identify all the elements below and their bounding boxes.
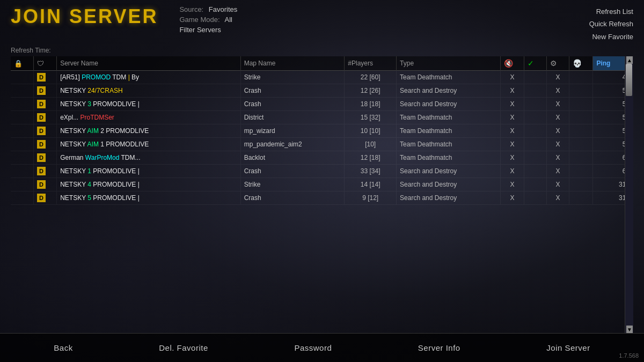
skull-icon: 💀 xyxy=(573,59,582,68)
scrollbar-arrow-down[interactable]: ▼ xyxy=(626,326,633,333)
table-row[interactable]: D NETSKY 4 PROMODLIVE | Strike 14 [14] S… xyxy=(11,178,633,191)
row-map: Strike xyxy=(240,71,345,84)
table-row[interactable]: D NETSKY 5 PROMODLIVE | Crash 9 [12] Sea… xyxy=(11,191,633,205)
row-check xyxy=(524,124,547,138)
header-filters: Source: Favorites Game Mode: All Filter … xyxy=(158,5,589,36)
type-icon: D xyxy=(37,194,46,202)
table-row[interactable]: D German WarProMod TDM... Backlot 12 [18… xyxy=(11,151,633,165)
row-server-name: NETSKY AIM 1 PROMODLIVE xyxy=(57,138,241,151)
new-favorite-button[interactable]: New Favorite xyxy=(589,31,633,43)
row-check xyxy=(524,71,547,84)
server-info-button[interactable]: Server Info xyxy=(407,339,471,357)
row-icon1 xyxy=(11,71,33,84)
server-table: 🔒 🛡 Server Name Map Name #Players Type 🔇 xyxy=(11,56,633,205)
row-players: 15 [32] xyxy=(345,111,397,124)
table-row[interactable]: D [AR51] PROMOD TDM | By Strike 22 [60] … xyxy=(11,71,633,84)
row-players: 10 [10] xyxy=(345,124,397,138)
type-icon: D xyxy=(37,127,46,135)
back-button[interactable]: Back xyxy=(43,339,83,357)
row-map: Crash xyxy=(240,191,345,205)
scrollbar-track[interactable]: ▲ ▼ xyxy=(625,56,633,333)
row-check xyxy=(524,98,547,111)
type-icon: D xyxy=(37,86,46,95)
row-players: 18 [18] xyxy=(345,98,397,111)
table-header: 🔒 🛡 Server Name Map Name #Players Type 🔇 xyxy=(11,56,633,71)
row-gear: X xyxy=(547,165,569,178)
row-sound: X xyxy=(500,71,524,84)
type-icon: D xyxy=(37,73,46,82)
row-sound: X xyxy=(500,124,524,138)
shield-icon: 🛡 xyxy=(37,60,44,68)
refresh-time-label: Refresh Time: xyxy=(11,47,51,54)
row-type: Search and Destroy xyxy=(397,84,501,98)
row-gear: X xyxy=(547,138,569,151)
row-icon1 xyxy=(11,165,33,178)
scrollbar-thumb[interactable] xyxy=(626,64,632,96)
gamemode-value[interactable]: All xyxy=(224,16,232,24)
join-server-button[interactable]: Join Server xyxy=(536,339,601,357)
type-icon: D xyxy=(37,153,46,162)
row-check xyxy=(524,111,547,124)
bottom-bar: Back Del. Favorite Password Server Info … xyxy=(0,333,644,362)
page-title: JOIN SERVER xyxy=(11,5,158,28)
th-map-name[interactable]: Map Name xyxy=(240,56,345,71)
row-icon1 xyxy=(11,191,33,205)
row-type: Team Deathmatch xyxy=(397,71,501,84)
lock-icon: 🔒 xyxy=(14,60,23,68)
row-skull xyxy=(569,191,593,205)
filter-servers-link[interactable]: Filter Servers xyxy=(179,26,221,34)
row-check xyxy=(524,138,547,151)
row-map: Crash xyxy=(240,165,345,178)
type-icon: D xyxy=(37,113,46,122)
row-check xyxy=(524,84,547,98)
row-check xyxy=(524,151,547,165)
type-icon: D xyxy=(37,180,46,189)
row-icon1 xyxy=(11,151,33,165)
del-favorite-button[interactable]: Del. Favorite xyxy=(148,339,219,357)
row-type: Team Deathmatch xyxy=(397,138,501,151)
row-map: mp_wizard xyxy=(240,124,345,138)
row-icon2: D xyxy=(33,178,56,191)
sound-icon: 🔇 xyxy=(504,59,513,68)
th-sound: 🔇 xyxy=(500,56,524,71)
row-icon1 xyxy=(11,98,33,111)
type-icon: D xyxy=(37,100,46,108)
table-row[interactable]: D NETSKY 3 PROMODLIVE | Crash 18 [18] Se… xyxy=(11,98,633,111)
row-icon2: D xyxy=(33,191,56,205)
th-check: ✓ xyxy=(524,56,547,71)
source-value[interactable]: Favorites xyxy=(209,5,237,13)
row-players: [10] xyxy=(345,138,397,151)
th-server-name[interactable]: Server Name xyxy=(57,56,241,71)
table-row[interactable]: D NETSKY AIM 1 PROMODLIVE mp_pandemic_ai… xyxy=(11,138,633,151)
row-icon2: D xyxy=(33,71,56,84)
row-skull xyxy=(569,111,593,124)
row-skull xyxy=(569,151,593,165)
table-row[interactable]: D NETSKY AIM 2 PROMODLIVE mp_wizard 10 [… xyxy=(11,124,633,138)
quick-refresh-button[interactable]: Quick Refresh xyxy=(589,18,633,30)
th-type[interactable]: Type xyxy=(397,56,501,71)
row-server-name: NETSKY 3 PROMODLIVE | xyxy=(57,98,241,111)
row-sound: X xyxy=(500,191,524,205)
row-players: 12 [26] xyxy=(345,84,397,98)
check-icon: ✓ xyxy=(528,59,534,68)
row-server-name: NETSKY 5 PROMODLIVE | xyxy=(57,191,241,205)
table-row[interactable]: D NETSKY 1 PROMODLIVE | Crash 33 [34] Se… xyxy=(11,165,633,178)
table-row[interactable]: D eXpl... ProTDMSer District 15 [32] Tea… xyxy=(11,111,633,124)
row-server-name: [AR51] PROMOD TDM | By xyxy=(57,71,241,84)
th-gear: ⚙ xyxy=(547,56,569,71)
password-button[interactable]: Password xyxy=(283,339,342,357)
row-type: Team Deathmatch xyxy=(397,111,501,124)
scrollbar-arrow-up[interactable]: ▲ xyxy=(626,56,633,64)
table-row[interactable]: D NETSKY 24/7CRASH Crash 12 [26] Search … xyxy=(11,84,633,98)
row-gear: X xyxy=(547,71,569,84)
row-skull xyxy=(569,178,593,191)
row-players: 12 [18] xyxy=(345,151,397,165)
type-icon: D xyxy=(37,140,46,149)
th-players[interactable]: #Players xyxy=(345,56,397,71)
type-icon: D xyxy=(37,167,46,175)
row-gear: X xyxy=(547,111,569,124)
refresh-list-button[interactable]: Refresh List xyxy=(589,5,633,18)
row-check xyxy=(524,191,547,205)
row-skull xyxy=(569,138,593,151)
row-icon1 xyxy=(11,124,33,138)
